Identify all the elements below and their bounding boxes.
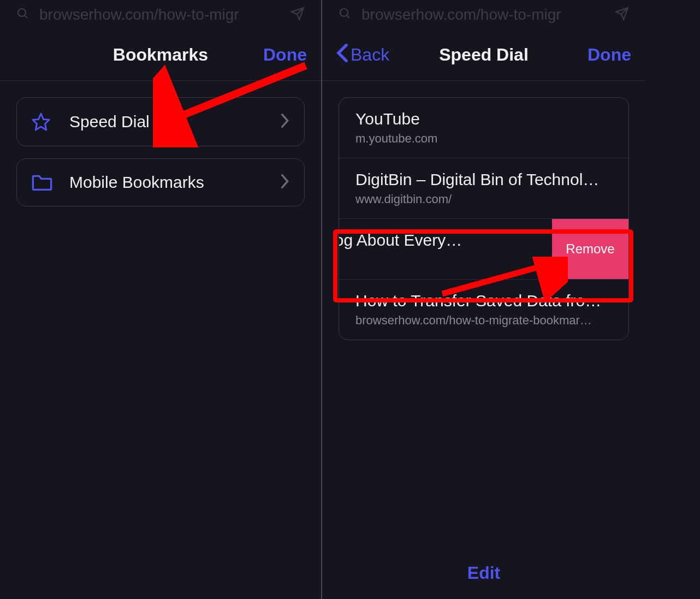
bookmark-text: DigitBin – Digital Bin of Technol… www.d… — [355, 170, 612, 206]
bookmark-title: YouTube — [355, 110, 612, 128]
folder-label: Mobile Bookmarks — [69, 173, 280, 192]
star-icon — [31, 112, 58, 132]
bookmark-url: com/ — [339, 253, 536, 267]
nav-header: Bookmarks Done — [0, 29, 321, 81]
bookmark-row-swiped[interactable]: in - A Blog About Every… com/ Remove — [339, 219, 628, 280]
bookmark-title: How to Transfer Saved Data fro… — [355, 292, 612, 310]
share-icon — [290, 7, 305, 23]
url-preview-text: browserhow.com/how-to-migr — [39, 6, 290, 23]
back-button[interactable]: Back — [336, 43, 402, 67]
bookmark-text: YouTube m.youtube.com — [355, 110, 612, 146]
svg-line-1 — [25, 15, 27, 18]
bookmarks-screen: browserhow.com/how-to-migr Bookmarks Don… — [0, 0, 322, 599]
edit-button[interactable]: Edit — [467, 563, 500, 583]
url-bar-faded: browserhow.com/how-to-migr — [322, 0, 645, 29]
folder-mobile-bookmarks[interactable]: Mobile Bookmarks — [17, 159, 304, 206]
folder-label: Speed Dial — [69, 112, 280, 131]
bookmark-content: YouTube m.youtube.com DigitBin – Digital… — [322, 81, 645, 547]
share-icon — [615, 7, 629, 23]
bookmark-title: DigitBin – Digital Bin of Technol… — [355, 170, 612, 189]
bookmark-url: browserhow.com/how-to-migrate-bookmar… — [355, 313, 612, 328]
bookmark-row-digitbin[interactable]: DigitBin – Digital Bin of Technol… www.d… — [339, 158, 628, 219]
bookmark-title: in - A Blog About Every… — [339, 231, 536, 250]
page-title: Speed Dial — [439, 45, 529, 65]
svg-line-6 — [347, 15, 349, 18]
chevron-right-icon — [280, 113, 290, 131]
bookmark-row-browserhow[interactable]: How to Transfer Saved Data fro… browserh… — [339, 280, 628, 340]
bottom-bar: Edit — [322, 547, 645, 599]
svg-point-0 — [18, 9, 26, 16]
url-preview-text: browserhow.com/how-to-migr — [361, 6, 615, 23]
chevron-right-icon — [280, 174, 290, 191]
bookmark-row-youtube[interactable]: YouTube m.youtube.com — [339, 98, 628, 158]
search-icon — [16, 7, 29, 22]
bookmark-text: in - A Blog About Every… com/ — [339, 231, 536, 267]
svg-marker-2 — [33, 114, 49, 130]
folder-list: Speed Dial Mobile Bookmarks — [0, 81, 321, 599]
folder-group: Speed Dial — [16, 97, 305, 146]
chevron-left-icon — [336, 43, 348, 67]
folder-icon — [31, 173, 58, 192]
bookmark-url: m.youtube.com — [355, 132, 612, 146]
done-button[interactable]: Done — [241, 45, 307, 65]
speed-dial-screen: browserhow.com/how-to-migr Back Speed Di… — [322, 0, 645, 599]
nav-header: Back Speed Dial Done — [322, 29, 645, 81]
done-button[interactable]: Done — [566, 45, 631, 65]
bookmark-url: www.digitbin.com/ — [355, 192, 612, 206]
url-bar-faded: browserhow.com/how-to-migr — [0, 0, 321, 29]
folder-speed-dial[interactable]: Speed Dial — [17, 98, 304, 146]
page-title: Bookmarks — [113, 45, 208, 65]
folder-group: Mobile Bookmarks — [16, 158, 305, 206]
remove-button[interactable]: Remove — [552, 219, 628, 279]
back-label: Back — [351, 45, 389, 65]
svg-point-5 — [340, 9, 348, 16]
bookmark-text: How to Transfer Saved Data fro… browserh… — [355, 292, 612, 328]
search-icon — [339, 7, 352, 22]
bookmark-list: YouTube m.youtube.com DigitBin – Digital… — [339, 97, 629, 340]
